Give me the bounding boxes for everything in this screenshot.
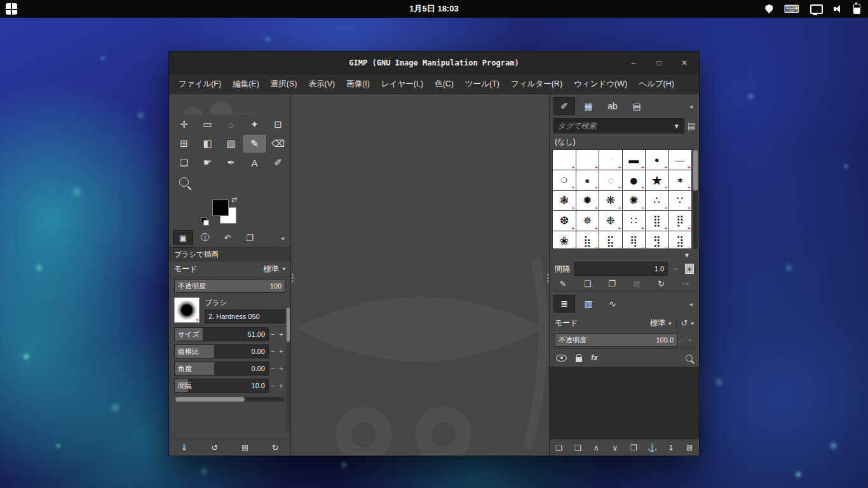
brush-thumbnail[interactable]: ⣷	[576, 231, 599, 249]
right-splitter-handle[interactable]	[546, 273, 549, 288]
spacing-slider[interactable]: 間隔 10.0	[174, 379, 269, 393]
delete-layer-button[interactable]: ⊠	[683, 443, 696, 452]
brush-thumbnail[interactable]: ❀	[553, 231, 576, 249]
brush-thumbnail[interactable]: ⡿	[669, 211, 692, 231]
volume-icon[interactable]	[834, 5, 843, 13]
text-tool[interactable]: A	[243, 154, 266, 172]
spacing-increase-button[interactable]: +	[277, 382, 285, 390]
brush-thumbnail[interactable]: —	[669, 150, 692, 170]
move-tool[interactable]: ✛	[173, 116, 195, 133]
menu-windows[interactable]: ウィンドウ(W)	[568, 74, 633, 93]
brush-thumbnail[interactable]	[576, 150, 599, 170]
brush-grid-scrollbar[interactable]	[693, 149, 698, 249]
minimize-button[interactable]: –	[629, 58, 638, 67]
foreground-color-swatch[interactable]	[212, 200, 229, 216]
view-mode-button[interactable]: ▤	[688, 121, 695, 131]
titlebar[interactable]: GIMP (GNU Image Manipulation Program) – …	[169, 51, 699, 74]
bucket-fill-tool[interactable]: ◧	[196, 135, 219, 152]
delete-brush-button[interactable]: ⊠	[630, 279, 644, 288]
brush-thumbnail[interactable]: ⣻	[646, 231, 668, 249]
tab-device-status[interactable]: ⓘ	[195, 230, 215, 245]
transform-tool[interactable]: ⊞	[173, 135, 195, 152]
edit-brush-button[interactable]: ✎	[556, 279, 570, 288]
menu-filters[interactable]: フィルター(R)	[505, 74, 568, 93]
brush-thumbnail[interactable]: ❋	[599, 191, 622, 210]
restore-preset-icon[interactable]: ↺	[207, 443, 223, 452]
keyboard-layout-icon[interactable]: ⌨	[783, 4, 799, 15]
new-layer-button[interactable]: ❏	[553, 443, 566, 452]
crop-tool[interactable]: ⊡	[267, 116, 289, 133]
aspect-ratio-slider[interactable]: 縦横比 0.00	[174, 344, 269, 358]
spacing-decrease-button[interactable]: −	[672, 265, 680, 273]
brush-thumbnail[interactable]: ⣯	[599, 231, 622, 249]
brush-thumbnail[interactable]: ∴	[646, 191, 668, 210]
delete-preset-icon[interactable]: ⊠	[236, 443, 253, 452]
tab-gradients[interactable]: ▤	[626, 97, 648, 115]
brush-thumbnail[interactable]: ❉	[599, 211, 622, 231]
fx-icon[interactable]: fx	[591, 353, 598, 362]
paintbrush-tool[interactable]: ✎	[243, 135, 266, 152]
brush-thumbnail[interactable]: ⢿	[623, 231, 646, 249]
display-icon[interactable]	[810, 4, 823, 14]
visibility-eye-icon[interactable]	[556, 355, 567, 362]
brush-thumbnail[interactable]: ●	[623, 170, 646, 190]
opacity-increase-button[interactable]: +	[686, 336, 694, 344]
menu-edit[interactable]: 編集(E)	[227, 74, 265, 93]
anchor-layer-button[interactable]: ⚓	[646, 443, 659, 452]
angle-increase-button[interactable]: +	[277, 365, 285, 372]
tool-options-horizontal-scrollbar[interactable]	[175, 397, 284, 402]
app-launcher-icon[interactable]	[6, 3, 17, 15]
menu-view[interactable]: 表示(V)	[302, 74, 341, 93]
fuzzy-select-tool[interactable]: ✦	[243, 116, 266, 133]
canvas-area[interactable]	[291, 94, 549, 456]
gradient-tool[interactable]: ▧	[220, 135, 242, 152]
brush-list-expander[interactable]: ▼	[550, 249, 699, 261]
tab-layers[interactable]: ≣	[553, 295, 575, 313]
reset-options-icon[interactable]: ↻	[267, 443, 283, 452]
tag-search-input[interactable]: タグで検索 ▼	[553, 118, 684, 133]
lower-layer-button[interactable]: ∨	[609, 443, 621, 452]
angle-slider[interactable]: 角度 0.00	[174, 362, 269, 376]
scrollbar-thumb[interactable]	[175, 397, 245, 402]
aspect-increase-button[interactable]: +	[277, 348, 285, 355]
aspect-decrease-button[interactable]: −	[269, 348, 277, 355]
new-brush-button[interactable]: ❑	[581, 279, 595, 288]
angle-decrease-button[interactable]: −	[269, 365, 277, 372]
layer-mode-select[interactable]: モード 標準 ▾ ↺ ▾	[550, 315, 699, 331]
tab-undo-history[interactable]: ↶	[217, 230, 238, 245]
brush-spacing-slider[interactable]: 1.0	[574, 262, 668, 276]
rectangle-select-tool[interactable]: ▭	[196, 116, 219, 133]
brush-thumbnail[interactable]: ✶	[669, 170, 692, 190]
security-shield-icon[interactable]	[765, 4, 773, 13]
brush-thumbnail[interactable]: ✺	[623, 191, 646, 210]
default-colors-icon[interactable]	[201, 217, 208, 225]
brush-thumbnail[interactable]: ◌	[599, 170, 622, 190]
layer-opacity-slider[interactable]: 不透明度 100.0	[555, 333, 677, 347]
refresh-brushes-button[interactable]: ↻	[654, 279, 668, 288]
ink-tool[interactable]: ✒	[220, 154, 242, 172]
battery-icon[interactable]	[853, 4, 860, 14]
open-brush-as-image-button[interactable]: ↪	[679, 279, 693, 288]
color-picker-tool[interactable]: ✐	[267, 154, 289, 172]
menu-select[interactable]: 選択(S)	[265, 74, 303, 93]
free-select-tool[interactable]: ◌	[220, 116, 242, 133]
brush-thumbnail[interactable]: ●	[576, 170, 599, 190]
eraser-tool[interactable]: ⌫	[267, 135, 289, 152]
clone-tool[interactable]: ❏	[173, 154, 195, 172]
duplicate-brush-button[interactable]: ❐	[605, 279, 619, 288]
size-decrease-button[interactable]: −	[269, 330, 277, 338]
save-preset-icon[interactable]: ⇓	[176, 443, 193, 452]
raise-layer-button[interactable]: ∧	[590, 443, 602, 452]
paint-mode-select[interactable]: モード 標準 ▾	[169, 261, 290, 277]
mode-switch-button[interactable]: ↺	[681, 318, 688, 328]
brush-thumbnail[interactable]: ⣽	[669, 231, 692, 249]
search-layers-icon[interactable]	[686, 355, 693, 362]
brush-thumbnail[interactable]	[553, 150, 576, 170]
clock[interactable]: 1月5日 18:03	[409, 3, 458, 15]
brush-thumbnail[interactable]: ❆	[553, 211, 576, 231]
chevron-down-icon[interactable]: ▼	[674, 123, 680, 130]
close-button[interactable]: ✕	[680, 58, 689, 67]
tab-brushes[interactable]: ✐	[553, 97, 575, 115]
dock-menu-button[interactable]: ◂	[687, 102, 695, 111]
tab-fonts[interactable]: ab	[602, 97, 623, 115]
